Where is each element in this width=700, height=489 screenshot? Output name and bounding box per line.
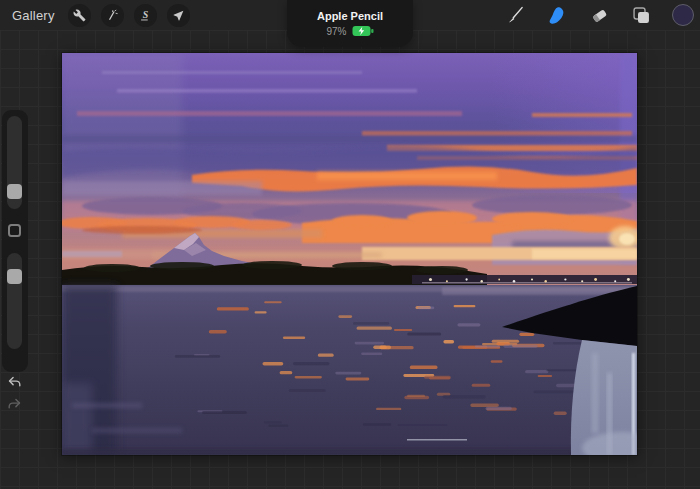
right-tool-group: [503, 0, 695, 30]
selection-s-icon: S: [138, 8, 152, 22]
modify-button[interactable]: [8, 224, 21, 237]
undo-button[interactable]: [6, 374, 23, 395]
paint-tool-button[interactable]: [503, 3, 527, 27]
smudge-tool-button[interactable]: [545, 3, 569, 27]
redo-button[interactable]: [6, 396, 23, 417]
undo-icon: [6, 374, 23, 391]
layers-button[interactable]: [629, 3, 653, 27]
svg-text:S: S: [143, 9, 149, 20]
battery-percent: 97%: [326, 26, 346, 37]
apple-pencil-notification[interactable]: Apple Pencil 97%: [287, 0, 413, 47]
opacity-slider[interactable]: [7, 253, 22, 349]
gallery-button[interactable]: Gallery: [12, 8, 55, 23]
eraser-icon: [589, 5, 610, 26]
opacity-handle[interactable]: [7, 269, 22, 284]
transform-arrow-icon: [172, 9, 185, 22]
notification-title: Apple Pencil: [317, 10, 383, 23]
wrench-icon: [73, 9, 86, 22]
color-swatch-circle: [672, 4, 694, 26]
smudge-finger-icon: [547, 5, 568, 26]
sunset-painting: [62, 53, 637, 455]
battery-row: 97%: [326, 25, 373, 37]
magic-wand-icon: [106, 9, 119, 22]
artwork-canvas[interactable]: [62, 53, 637, 455]
brush-size-handle[interactable]: [7, 184, 22, 199]
battery-icon: [352, 25, 374, 37]
transform-button[interactable]: [167, 4, 190, 27]
color-button[interactable]: [671, 3, 695, 27]
left-tool-group: S: [68, 4, 190, 27]
adjustments-button[interactable]: [101, 4, 124, 27]
erase-tool-button[interactable]: [587, 3, 611, 27]
selection-button[interactable]: S: [134, 4, 157, 27]
redo-icon: [6, 396, 23, 413]
paintbrush-icon: [505, 5, 526, 26]
layers-icon: [631, 5, 652, 26]
actions-button[interactable]: [68, 4, 91, 27]
